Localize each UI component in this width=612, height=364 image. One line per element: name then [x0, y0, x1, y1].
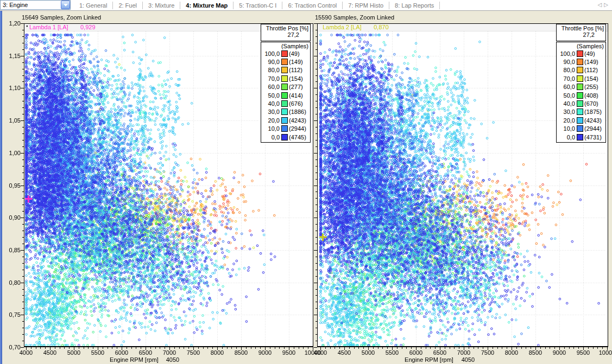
legend-color-swatch	[577, 84, 583, 90]
legend-sample-count: (149)	[289, 59, 303, 65]
x-axis-title: Engine RPM [rpm]	[391, 356, 467, 363]
tab-4-mixture-map[interactable]: 4: Mixture Map	[180, 2, 234, 9]
legend-color-swatch	[577, 50, 583, 57]
legend-row-throttle-0-0: 0,0(4731)	[557, 133, 605, 141]
legend-sample-count: (4745)	[289, 134, 306, 141]
y-tick-label: 1,20	[0, 20, 21, 27]
x-tick-label: 5500	[86, 349, 110, 356]
legend-sample-count: (408)	[584, 92, 598, 99]
legend-sample-count: (2944)	[584, 125, 602, 132]
y-tick-label: 0,85	[0, 247, 21, 253]
legend-color-swatch	[577, 59, 583, 65]
legend-throttle-value: 40,0	[261, 100, 280, 107]
legend-samples-header: (Samples)	[557, 42, 605, 49]
tab-1-general[interactable]: 1: General	[74, 2, 113, 9]
legend-throttle-value: 50,0	[261, 92, 280, 99]
legend-row-throttle-60-0: 60,0(255)	[557, 83, 605, 91]
chevron-down-icon[interactable]	[61, 1, 70, 9]
legend-throttle-value: 90,0	[557, 59, 575, 65]
legend-row-throttle-40-0: 40,0(676)	[261, 99, 310, 107]
channel-cursor-value: 0,929	[80, 24, 96, 30]
tab-5-traction-c-i[interactable]: 5: Traction-C I	[234, 2, 282, 9]
application-window: 3: Engine 1: General2: Fuel3: Mixture4: …	[0, 0, 612, 364]
x-tick-label: 4000	[14, 349, 38, 356]
legend-samples-box: (Samples)100,0(49)90,0(149)80,0(112)70,0…	[261, 42, 311, 143]
legend-color-swatch	[281, 92, 288, 99]
legend-throttle-value: 20,0	[557, 117, 575, 124]
legend-throttle-value: 60,0	[261, 84, 280, 90]
legend-sample-count: (112)	[584, 67, 598, 73]
legend-color-swatch	[577, 108, 583, 115]
x-tick-label: 8000	[205, 349, 229, 356]
tab-2-fuel[interactable]: 2: Fuel	[113, 2, 143, 9]
x-tick-label: 6000	[110, 349, 134, 356]
legend-cursor-value: 27,2	[261, 31, 310, 38]
tab-6-traction-control[interactable]: 6: Traction Control	[282, 2, 343, 9]
legend-throttle-value: 30,0	[261, 108, 280, 115]
legend-row-throttle-40-0: 40,0(670)	[557, 99, 605, 107]
tab-7-rpm-histo[interactable]: 7: RPM Histo	[343, 2, 389, 9]
x-tick-label: 9500	[277, 349, 301, 356]
legend-color-swatch	[577, 92, 583, 99]
y-tick-label: 0,95	[0, 182, 21, 189]
legend-throttle-value: 80,0	[557, 67, 575, 73]
legend-sample-count: (112)	[289, 67, 302, 73]
legend-sample-count: (49)	[584, 50, 595, 57]
x-tick-label: 7500	[181, 349, 205, 356]
legend-throttle-value: 70,0	[261, 75, 280, 82]
legend-throttle-value: 40,0	[557, 100, 575, 107]
legend-sample-count: (255)	[584, 84, 598, 90]
legend-row-throttle-90-0: 90,0(149)	[261, 58, 310, 66]
x-tick-label: 7000	[157, 349, 181, 356]
legend-row-throttle-70-0: 70,0(154)	[557, 74, 605, 82]
legend-throttle-value: 100,0	[261, 50, 280, 57]
y-tick-label: 1,10	[0, 85, 21, 91]
x-tick-label: 9500	[571, 349, 595, 356]
x-tick-label: 5500	[380, 349, 404, 356]
legend-color-swatch	[577, 125, 583, 132]
x-cursor-value: 4050	[456, 356, 480, 363]
legend-color-swatch	[577, 134, 583, 141]
legend-color-swatch	[281, 50, 288, 57]
y-tick-label: 0,80	[0, 279, 21, 286]
legend-row-throttle-70-0: 70,0(154)	[261, 74, 310, 82]
legend-color-swatch	[281, 117, 288, 124]
legend-row-throttle-50-0: 50,0(414)	[261, 91, 310, 99]
scroll-left-icon[interactable]: ◁	[598, 2, 604, 8]
legend-sample-count: (2944)	[289, 125, 306, 132]
x-cursor-value: 4050	[161, 356, 185, 363]
y-tick-label: 1,15	[0, 53, 21, 59]
scroll-right-icon[interactable]: ▷	[604, 2, 610, 8]
legend-title-box: Throttle Pos [%]27,2	[261, 24, 311, 41]
legend-row-throttle-80-0: 80,0(112)	[557, 66, 605, 74]
x-tick-label: 4500	[38, 349, 62, 356]
x-tick-label: 4000	[308, 349, 332, 356]
legend-throttle-value: 60,0	[557, 84, 575, 90]
tab-scroll-arrows: ◁▷	[598, 2, 610, 8]
channel-focus-bullet: ▪	[26, 23, 28, 29]
legend-throttle-value: 0,0	[261, 134, 280, 141]
window-left-border	[0, 11, 2, 364]
samples-zoom-status: 15590 Samples, Zoom Linked	[315, 14, 394, 21]
tab-3-mixture[interactable]: 3: Mixture	[143, 2, 180, 9]
legend-row-throttle-20-0: 20,0(4243)	[557, 116, 605, 124]
x-tick-label: 6500	[428, 349, 452, 356]
legend-cursor-value: 27,2	[557, 31, 605, 38]
tab-8-lap-reports[interactable]: 8: Lap Reports	[389, 2, 440, 9]
legend-color-swatch	[281, 67, 288, 73]
workbook-selector[interactable]: 3: Engine	[0, 0, 71, 10]
legend-sample-count: (670)	[584, 100, 598, 107]
legend-channel-title: Throttle Pos [%]	[557, 24, 605, 31]
legend-row-throttle-30-0: 30,0(1886)	[261, 108, 310, 116]
legend-throttle-value: 0,0	[557, 134, 575, 141]
y-tick-label: 0,90	[0, 214, 21, 221]
x-tick-label: 7000	[452, 349, 476, 356]
workbook-selector-value: 3: Engine	[1, 2, 61, 8]
samples-zoom-status: 15649 Samples, Zoom Linked	[22, 14, 101, 21]
legend-row-throttle-50-0: 50,0(408)	[557, 91, 605, 99]
legend-color-swatch	[281, 125, 288, 132]
legend-sample-count: (154)	[584, 75, 598, 82]
legend-throttle-value: 10,0	[261, 125, 280, 132]
channel-name: Lambda 2 [LA]	[323, 24, 362, 30]
legend-row-throttle-100-0: 100,0(49)	[557, 49, 605, 58]
